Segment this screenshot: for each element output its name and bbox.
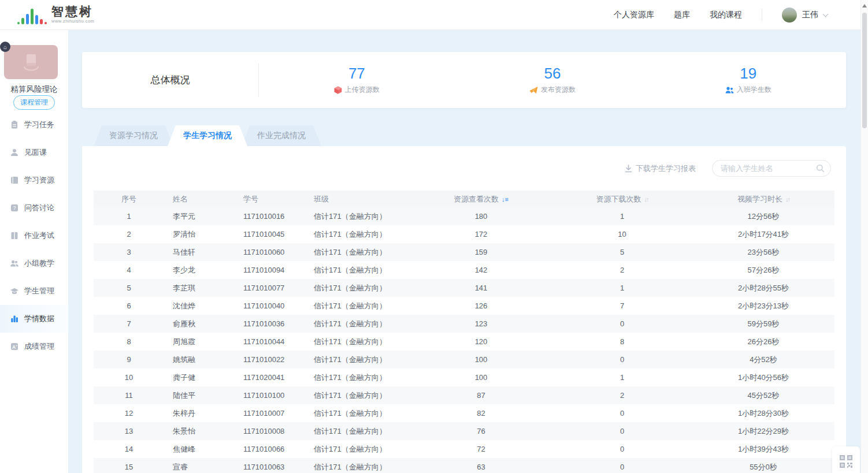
chevron-down-icon (823, 11, 829, 17)
cell-resource-views: 87 (410, 391, 552, 400)
page-scrollbar[interactable] (860, 0, 868, 473)
cell-name: 沈佳烨 (164, 301, 235, 311)
cell-video-duration: 2小时17分41秒 (692, 229, 834, 240)
cell-resource-views: 63 (410, 463, 552, 471)
nav-my-courses[interactable]: 我的课程 (710, 10, 742, 20)
user-menu[interactable]: 王伟 (782, 8, 828, 23)
column-header-resource-downloads[interactable]: 资源下载次数↓↑ (552, 194, 692, 204)
graduation-cap-icon (10, 286, 19, 296)
book-icon (10, 176, 19, 185)
stat-label: 发布资源数 (541, 85, 576, 95)
table-header-row: 序号 姓名 学号 班级 资源查看次数↓≡ 资源下载次数↓↑ 视频学习时长↓↑ (94, 191, 834, 207)
sidebar-item-grade-management[interactable]: A+ 成绩管理 (0, 333, 68, 360)
course-manage-button[interactable]: 课程管理 (13, 95, 55, 110)
person-icon (10, 148, 19, 157)
sort-icon[interactable]: ↓↑ (644, 196, 648, 203)
cell-student-id: 1171010044 (235, 337, 305, 346)
sidebar: ⌂ 精算风险理论 课程管理 学习任务 见面课 学习资源 ? 问答讨论 作业考试 (0, 30, 68, 473)
cell-index: 1 (94, 212, 164, 221)
cell-video-duration: 2小时28分55秒 (692, 283, 834, 293)
scroll-up-arrow[interactable] (862, 4, 867, 8)
home-icon[interactable]: ⌂ (0, 42, 10, 52)
table-row: 10 龚子健 1171020041 信计171（金融方向） 100 1 1小时4… (94, 368, 834, 386)
cell-student-id: 1171010077 (235, 284, 305, 292)
column-header-class: 班级 (305, 194, 410, 204)
cell-video-duration: 26分26秒 (692, 337, 834, 347)
sort-desc-icon[interactable]: ↓≡ (502, 196, 509, 203)
sidebar-item-homework-exam[interactable]: 作业考试 (0, 222, 68, 249)
sidebar-item-label: 学习资源 (24, 175, 54, 185)
table-row: 2 罗清怡 1171010045 信计171（金融方向） 172 10 2小时1… (94, 225, 834, 243)
table-row: 12 朱梓丹 1171010007 信计171（金融方向） 82 0 1小时28… (94, 404, 834, 422)
stat-uploaded-resources: 77 上传资源数 (259, 65, 455, 95)
cell-index: 9 (94, 355, 164, 364)
table-row: 14 焦健峰 1171010066 信计171（金融方向） 72 0 1小时39… (94, 440, 834, 458)
search-input[interactable] (712, 160, 831, 177)
cell-student-id: 1171020041 (235, 373, 305, 382)
nav-personal-resources[interactable]: 个人资源库 (614, 10, 654, 20)
cell-name: 姚筑融 (164, 355, 235, 365)
cell-index: 10 (94, 373, 164, 382)
sidebar-item-learning-resources[interactable]: 学习资源 (0, 166, 68, 194)
cell-video-duration: 23分56秒 (692, 247, 834, 258)
sort-icon[interactable]: ↓↑ (785, 196, 789, 203)
cell-index: 15 (94, 463, 164, 471)
zhihuishu-logo[interactable]: 智慧树 www.zhihuishu.com (17, 5, 94, 25)
cell-student-id: 1171010016 (235, 212, 305, 221)
cell-student-id: 1171010066 (235, 445, 305, 453)
download-report-link[interactable]: 下载学生学习报表 (625, 163, 696, 174)
search-icon[interactable] (816, 164, 825, 173)
cell-index: 13 (94, 427, 164, 435)
course-card[interactable]: ⌂ (4, 45, 58, 79)
avatar[interactable] (782, 8, 797, 23)
column-header-resource-views[interactable]: 资源查看次数↓≡ (410, 194, 552, 204)
sidebar-item-group-teaching[interactable]: 小组教学 (0, 249, 68, 277)
sidebar-item-learning-tasks[interactable]: 学习任务 (0, 111, 68, 139)
sidebar-item-label: 作业考试 (24, 230, 54, 241)
cell-student-id: 1171010063 (235, 463, 305, 471)
cell-resource-downloads: 5 (552, 248, 692, 256)
tab-homework-completion[interactable]: 作业完成情况 (242, 125, 321, 146)
tab-student-learning[interactable]: 学生学习情况 (168, 125, 247, 146)
cell-index: 7 (94, 319, 164, 328)
course-book-icon (20, 51, 43, 74)
top-bar: 智慧树 www.zhihuishu.com 个人资源库 题库 我的课程 王伟 (0, 0, 868, 30)
sidebar-item-meeting-class[interactable]: 见面课 (0, 139, 68, 166)
question-icon: ? (10, 203, 19, 213)
stat-label: 入班学生数 (737, 85, 771, 95)
cell-name: 李芷琪 (164, 283, 235, 293)
table-row: 5 李芷琪 1171010077 信计171（金融方向） 141 1 2小时28… (94, 279, 834, 297)
nav-question-bank[interactable]: 题库 (674, 10, 690, 20)
cell-class: 信计171（金融方向） (305, 373, 410, 383)
overview-title: 总体概况 (82, 73, 258, 87)
sidebar-item-label: 问答讨论 (24, 203, 54, 213)
sidebar-item-label: 学情数据 (24, 314, 54, 324)
cell-class: 信计171（金融方向） (305, 426, 410, 437)
sidebar-item-label: 见面课 (24, 147, 47, 158)
course-name: 精算风险理论 (0, 84, 68, 95)
sidebar-item-student-management[interactable]: 学生管理 (0, 277, 68, 305)
cell-index: 8 (94, 337, 164, 346)
sidebar-item-label: 学生管理 (24, 286, 54, 296)
exam-icon (10, 231, 19, 240)
qr-code-button[interactable] (832, 446, 860, 473)
cell-resource-views: 72 (410, 445, 552, 453)
cell-class: 信计171（金融方向） (305, 462, 410, 472)
cell-video-duration: 59分59秒 (692, 319, 834, 329)
cell-resource-downloads: 0 (552, 409, 692, 418)
cell-index: 2 (94, 230, 164, 239)
sidebar-item-qa-discussion[interactable]: ? 问答讨论 (0, 194, 68, 222)
column-header-video-duration[interactable]: 视频学习时长↓↑ (692, 194, 834, 204)
cube-icon (334, 86, 342, 94)
cell-class: 信计171（金融方向） (305, 444, 410, 455)
download-report-label: 下载学生学习报表 (636, 163, 696, 174)
scroll-thumb[interactable] (862, 13, 867, 128)
table-row: 8 周旭霞 1171010044 信计171（金融方向） 120 8 26分26… (94, 333, 834, 351)
tab-resource-learning[interactable]: 资源学习情况 (94, 125, 173, 146)
cell-student-id: 1171010094 (235, 266, 305, 274)
cell-resource-downloads: 1 (552, 284, 692, 292)
students-icon (725, 86, 734, 94)
sidebar-item-learning-data[interactable]: 学情数据 (0, 305, 68, 333)
cell-resource-views: 100 (410, 373, 552, 382)
cell-resource-views: 180 (410, 212, 552, 221)
